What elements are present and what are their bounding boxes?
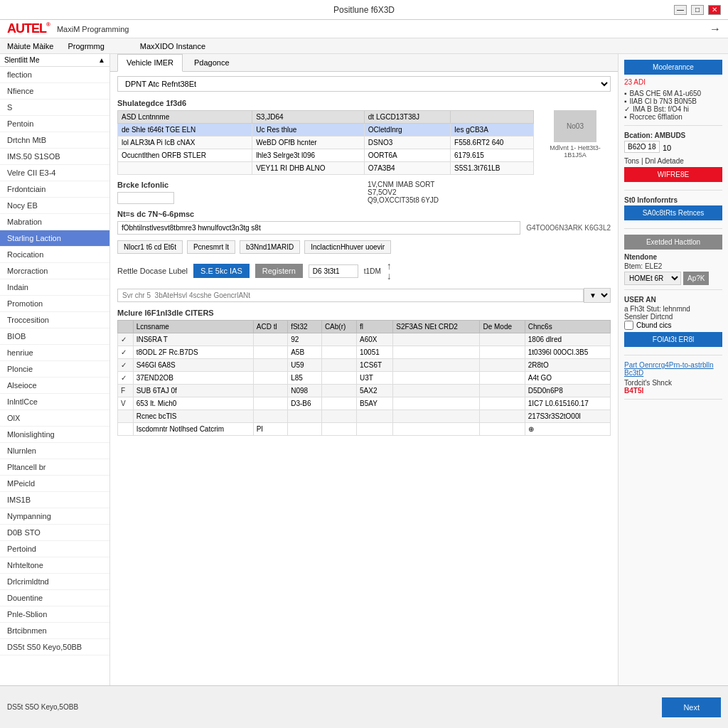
col3-cell: D3-B6 — [288, 397, 322, 410]
sub-header-right[interactable]: Progrmmg — [68, 42, 104, 50]
sidebar-collapse-btn[interactable]: ▲ — [98, 56, 105, 64]
sidebar-item[interactable]: Drlcrimldtnd — [0, 574, 109, 590]
search-btn-1[interactable]: Nlocr1 t6 cd Et6t — [117, 240, 183, 254]
sidebar-item[interactable]: Pertoind — [0, 541, 109, 557]
retitle-row: Rettle Docase Lubel S.E 5kc IAS Register… — [110, 257, 618, 285]
tab-vehicle-imer[interactable]: Vehicle IMER — [117, 54, 183, 72]
sidebar-item[interactable]: flection — [0, 67, 109, 83]
sidebar-item[interactable]: OlX — [0, 410, 109, 427]
sidebar-item[interactable]: Troccesition — [0, 312, 109, 328]
notes-section: Nt=s dc 7N~6-6pmsc G4TO0O6N3ARK K6G3L2 — [110, 207, 618, 237]
sidebar-item[interactable]: Pnle-Sblion — [0, 606, 109, 623]
name-cell: S46Gl 6A8S — [133, 359, 253, 372]
sidebar-item[interactable]: Douentine — [0, 590, 109, 606]
rp-extra-btn-label: Tons | Dnl Adetade — [624, 157, 684, 165]
sub-header-left[interactable]: Màiute Màike — [7, 42, 53, 50]
main-dropdown[interactable]: DPNT Atc Refnt38Et — [117, 76, 611, 92]
rp-advanced-section: Exetded Hacttlon Ntendone Btem: ELE2 HOM… — [624, 235, 722, 290]
vehicle-info-title: Shulategdce 1f3d6 — [117, 99, 611, 107]
notes-right-label: G4TO0O6N3ARK K6G3L2 — [526, 224, 611, 232]
sidebar: Slentlitt Me ▲ flectionNfienceSPentoinDr… — [0, 54, 110, 685]
col8-cell: 2R8tO — [525, 359, 610, 372]
sub-header: Màiute Màike Progrmmg MaxXIDO Instance — [0, 38, 728, 54]
rp-follow-btn[interactable]: FOlAt3t ER8l — [624, 332, 722, 347]
rp-link[interactable]: Part Oenrcrg4Prn-to-astrblln Bc3tD — [624, 361, 722, 377]
notes-input[interactable] — [117, 221, 520, 235]
footer-col3 — [288, 423, 322, 436]
sidebar-item[interactable]: henriue — [0, 345, 109, 361]
sidebar-item[interactable]: Frdontciain — [0, 181, 109, 198]
sidebar-item[interactable]: DS5t S50 Keyo,50BB — [0, 639, 109, 655]
close-button[interactable]: ✕ — [708, 5, 721, 15]
retitle-date-input[interactable] — [309, 264, 358, 278]
brake-right-2: S7,5OV2 — [368, 188, 611, 196]
col3-cell: N098 — [288, 385, 322, 397]
col3-cell: L85 — [288, 372, 322, 385]
rp-checkbox[interactable] — [624, 321, 633, 330]
sidebar-item[interactable]: Rocication — [0, 247, 109, 263]
rp-apply-btn[interactable]: Ap?K — [683, 272, 709, 285]
filter-input[interactable] — [117, 289, 584, 302]
sidebar-item[interactable]: Pentoin — [0, 116, 109, 132]
maximize-button[interactable]: □ — [691, 5, 704, 15]
next-button[interactable]: Next — [662, 697, 721, 717]
sidebar-item[interactable]: Mlonislighting — [0, 427, 109, 443]
sidebar-item[interactable]: MPeicld — [0, 476, 109, 492]
tab-pdagonce[interactable]: Pdagonce — [185, 54, 239, 71]
name-cell: INS6RA T — [133, 333, 253, 346]
rp-checkbox-label: Cbund cics — [636, 321, 671, 329]
col-head-2: S3,JD64 — [252, 111, 365, 124]
sidebar-item[interactable]: Indain — [0, 279, 109, 296]
retitle-arrows[interactable]: ↑ ↓ — [387, 261, 392, 281]
vehicle-highlight-row: de Shle t646t TGE ELN Uc Res thlue OClet… — [118, 124, 534, 136]
sidebar-item[interactable]: Nfience — [0, 83, 109, 100]
sidebar-item[interactable]: Morcraction — [0, 263, 109, 279]
rp-location-input[interactable] — [624, 141, 660, 153]
minimize-button[interactable]: — — [674, 5, 687, 15]
sidebar-item[interactable]: Nrhteltone — [0, 557, 109, 574]
sidebar-item[interactable]: Drtchn MtB — [0, 132, 109, 149]
footer-label: Rcnec bcTlS — [133, 410, 253, 423]
sidebar-item[interactable]: Pltancell br — [0, 459, 109, 476]
col3-cell: A5B — [288, 346, 322, 359]
sidebar-item[interactable]: Brtcibnmen — [0, 623, 109, 639]
sidebar-item[interactable]: InlntlCce — [0, 394, 109, 410]
rp-advanced-btn[interactable]: Exetded Hacttlon — [624, 235, 722, 250]
sidebar-item[interactable]: BIOB — [0, 328, 109, 345]
rp-sub-label2: Sensler Dirtcnd — [624, 313, 722, 321]
title-bar-controls: — □ ✕ — [674, 5, 721, 15]
search-btn-4[interactable]: InclacticnHhuver uoevir — [304, 240, 391, 254]
rp-calibrate-btn[interactable]: SA0c8tRts Retnces — [624, 205, 722, 220]
rp-select[interactable]: HOMEt 6R — [624, 272, 681, 285]
sidebar-item[interactable]: Alseioce — [0, 378, 109, 394]
rp-checkbox-row: Cbund cics — [624, 321, 722, 330]
rp-user-label: USER AN — [624, 296, 722, 304]
retitle-register-btn[interactable]: Registern — [255, 264, 303, 278]
cell-1-3: DSNO3 — [364, 136, 450, 149]
cell-1-4: F558.6RT2 640 — [451, 136, 534, 149]
sidebar-item[interactable]: IMS1B — [0, 492, 109, 508]
sidebar-item[interactable]: Velre CII E3-4 — [0, 165, 109, 181]
sidebar-item[interactable]: Nocy EB — [0, 198, 109, 214]
rp-write-btn[interactable]: WIFRE8E — [624, 167, 722, 182]
rp-maintenance-btn[interactable]: Moolerannce — [624, 60, 722, 75]
sidebar-item[interactable]: Ploncie — [0, 361, 109, 378]
sidebar-item[interactable]: Nympanning — [0, 508, 109, 525]
sidebar-item[interactable]: Nlurnlen — [0, 443, 109, 459]
col7-cell — [480, 372, 525, 385]
rp-item-2: IlAB Cl b 7N3 B0N5B — [630, 97, 697, 105]
search-btn-3[interactable]: b3Nnd1MARID — [240, 240, 300, 254]
rp-extra-value: B4T5l — [624, 387, 722, 395]
sidebar-item[interactable]: S — [0, 100, 109, 116]
sidebar-item[interactable]: IMS.50 S1SOB — [0, 149, 109, 165]
search-btn-2[interactable]: Pcnesmrt lt — [187, 240, 235, 254]
footer-col3 — [288, 410, 322, 423]
sidebar-item[interactable]: D0B STO — [0, 525, 109, 541]
filter-dropdown[interactable]: ▼ — [584, 288, 611, 303]
retitle-ex-btn[interactable]: S.E 5kc IAS — [193, 264, 250, 278]
sidebar-item[interactable]: Promotion — [0, 296, 109, 312]
sidebar-item[interactable]: Starling Laction — [0, 230, 109, 247]
sidebar-item[interactable]: Mabration — [0, 214, 109, 230]
brake-input[interactable] — [117, 192, 174, 204]
cell-1-1: lol ALR3tA Pi IcB cNAX — [118, 136, 252, 149]
